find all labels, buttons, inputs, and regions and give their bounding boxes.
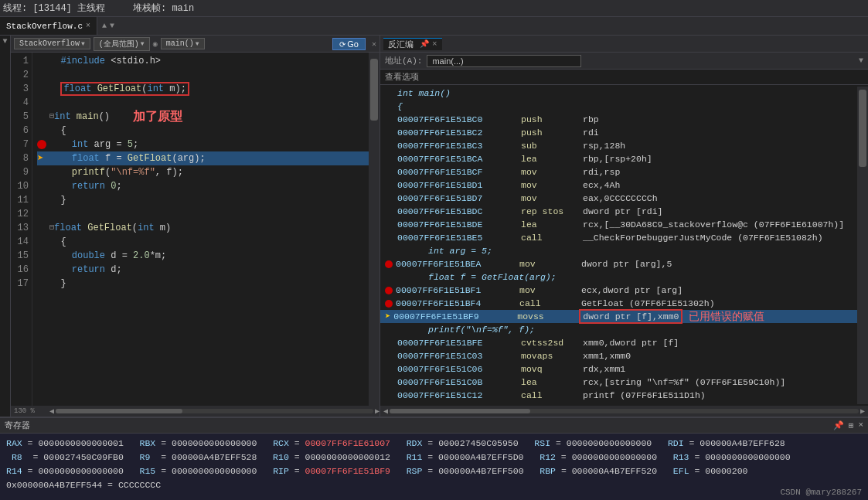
code-vert-scrollbar[interactable]: [369, 53, 380, 406]
code-line-7: int arg = 5;: [37, 138, 369, 151]
go-arrow: ⟳: [339, 40, 348, 49]
disasm-lines-container: int main() { 00007FF6F1E51BC0 push rbp: [380, 87, 857, 404]
disasm-source-4: return 0;: [380, 402, 857, 404]
disasm-line-bc3: 00007FF6F1E51BC3 sub rsp,128h: [380, 139, 857, 152]
disasm-hscroll-thumb[interactable]: [390, 409, 530, 413]
operand-bde: rcx,[__30DA68C9_stackoverflow@c (07FF6F1…: [583, 219, 844, 230]
code-line-12: [37, 207, 369, 221]
op-bfe: cvtss2sd: [521, 338, 583, 348]
code-toolbar: StackOverflow ▼ (全局范围) ▼ ◉ main() ▼ ⟳ Go: [11, 36, 380, 53]
go-button[interactable]: ⟳ Go: [332, 38, 366, 50]
global-dropdown-arrow: ▼: [141, 40, 145, 47]
disasm-tab-close[interactable]: ×: [432, 39, 437, 49]
bp-bea[interactable]: [385, 260, 393, 268]
addr-input[interactable]: [427, 55, 581, 67]
no-bp-c03: [385, 351, 397, 361]
no-bp-bdc: [385, 206, 397, 216]
disasm-hscroll[interactable]: ◀ ▶: [380, 406, 868, 417]
disasm-content[interactable]: int main() { 00007FF6F1E51BC0 push rbp: [380, 85, 868, 406]
code-hscroll[interactable]: 130 % ◀ ▶: [11, 406, 380, 417]
addr-bd7: 00007FF6F1E51BD7: [397, 193, 521, 203]
code-vert-thumb[interactable]: [370, 59, 378, 121]
code-content: 1234 5678 9101112 13141516 17 #include <…: [11, 53, 380, 406]
no-bp-be5: [385, 233, 397, 243]
stack-label: 堆栈帧: main: [133, 2, 194, 15]
code-tab[interactable]: StackOverflow.c ×: [0, 17, 97, 35]
code-line-4: [37, 96, 369, 110]
global-scope-dropdown[interactable]: (全局范围) ▼: [94, 37, 150, 51]
disasm-src-text-4: return 0;: [397, 403, 476, 404]
disasm-hscroll-right[interactable]: ▶: [860, 406, 865, 416]
addr-bc2: 00007FF6F1E51BC2: [397, 128, 521, 138]
operand-bd7: eax,0CCCCCCCCh: [583, 193, 658, 203]
tab-bar: StackOverflow.c × ▲ ▼: [0, 17, 868, 36]
operand-bf4: GetFloat (07FF6F1E51302h): [581, 298, 715, 308]
disasm-vert-thumb[interactable]: [859, 90, 866, 167]
op-bea: mov: [519, 259, 581, 269]
disasm-line-bf9: ➤ 00007FF6F1E51BF9 movss dword ptr [f],x…: [380, 310, 857, 323]
op-c03: movaps: [521, 351, 583, 361]
operand-bc0: rbp: [583, 114, 599, 124]
addr-bf9: 00007FF6F1E51BF9: [393, 311, 517, 321]
operand-bc2: rdi: [583, 128, 599, 138]
disasm-source-2: float f = GetFloat(arg);: [380, 270, 857, 284]
annotation-wrong-assign: 已用错误的赋值: [689, 310, 764, 324]
reg-line-2: R8 = 000027450C09FB0 R9 = 000000A4B7EFF5…: [6, 451, 862, 464]
disasm-line-bea: 00007FF6F1E51BEA mov dword ptr [arg],5: [380, 257, 857, 270]
no-bp-src1: [385, 246, 397, 256]
disasm-hscroll-left[interactable]: ◀: [383, 406, 388, 416]
breakpoint-arrow-8[interactable]: ➤: [37, 154, 46, 163]
code-line-8: ➤ float f = GetFloat(arg);: [37, 151, 369, 165]
global-scope-label: (全局范围): [99, 39, 139, 49]
code-text-3: float GetFloat(int m);: [49, 82, 189, 96]
reg-line-3: R14 = 0000000000000000 R15 = 00000000000…: [6, 464, 862, 478]
code-text-10: return 0;: [49, 179, 122, 193]
operand-bdc: dword ptr [rdi]: [583, 206, 663, 216]
hscroll-left[interactable]: ◀: [49, 406, 54, 416]
breakpoint-7[interactable]: [37, 140, 46, 149]
panel-arrow-down[interactable]: ▼: [110, 22, 114, 30]
disasm-func-header: int main(): [380, 87, 857, 100]
operand-bf9: dword ptr [f],xmm0: [579, 311, 682, 321]
disasm-line-c03: 00007FF6F1E51C03 movaps xmm1,xmm0: [380, 349, 857, 362]
op-bd7: mov: [521, 193, 583, 203]
code-line-3: float GetFloat(int m);: [37, 82, 369, 96]
disasm-vert-scrollbar[interactable]: [857, 87, 868, 404]
panel-arrow-up[interactable]: ▲: [102, 22, 107, 30]
addr-dropdown[interactable]: ▼: [859, 56, 863, 65]
reg-move-icon[interactable]: ⊞: [849, 420, 854, 430]
op-c12: call: [521, 390, 583, 400]
disasm-line-bde: 00007FF6F1E51BDE lea rcx,[__30DA68C9_sta…: [380, 218, 857, 231]
operand-c0b: rcx,[string "\nf=%f" (07FF6F1E59C10h)]: [583, 377, 785, 387]
expand-icon[interactable]: ✕: [372, 39, 376, 49]
addr-bca: 00007FF6F1E51BCA: [397, 154, 521, 164]
arr-bf9: ➤: [385, 311, 390, 322]
hscroll-thumb[interactable]: [56, 409, 182, 413]
disasm-brace: {: [385, 101, 403, 111]
bp-bf4[interactable]: [385, 300, 393, 308]
no-bp-bde: [385, 219, 397, 230]
code-tab-close[interactable]: ×: [86, 22, 90, 30]
left-gutter: ▼: [0, 36, 11, 417]
reg-pin-icon[interactable]: 📌: [833, 420, 844, 430]
no-bp-bd7: [385, 193, 397, 203]
code-line-1: #include <stdio.h>: [37, 54, 369, 68]
bp-bf1[interactable]: [385, 287, 393, 294]
addr-bfe: 00007FF6F1E51BFE: [397, 338, 521, 348]
disasm-tab[interactable]: 反汇编 📌 ×: [383, 38, 442, 50]
op-bc3: sub: [521, 141, 583, 151]
disasm-func-name: int main(): [385, 88, 451, 98]
operand-bca: rbp,[rsp+20h]: [583, 154, 652, 164]
addr-bf4: 00007FF6F1E51BF4: [396, 298, 519, 308]
addr-bde: 00007FF6F1E51BDE: [397, 219, 521, 230]
func-dropdown[interactable]: main() ▼: [161, 38, 205, 49]
op-c0b: lea: [521, 377, 583, 387]
op-c06: movq: [521, 364, 583, 374]
op-bca: lea: [521, 154, 583, 164]
reg-close-icon[interactable]: ×: [858, 420, 863, 430]
disasm-line-bd7: 00007FF6F1E51BD7 mov eax,0CCCCCCCCh: [380, 192, 857, 205]
scope-dropdown[interactable]: StackOverflow ▼: [14, 38, 90, 49]
hscroll-right[interactable]: ▶: [375, 406, 380, 416]
op-bdc: rep stos: [521, 206, 583, 216]
disasm-line-be5: 00007FF6F1E51BE5 call __CheckForDebugger…: [380, 231, 857, 244]
